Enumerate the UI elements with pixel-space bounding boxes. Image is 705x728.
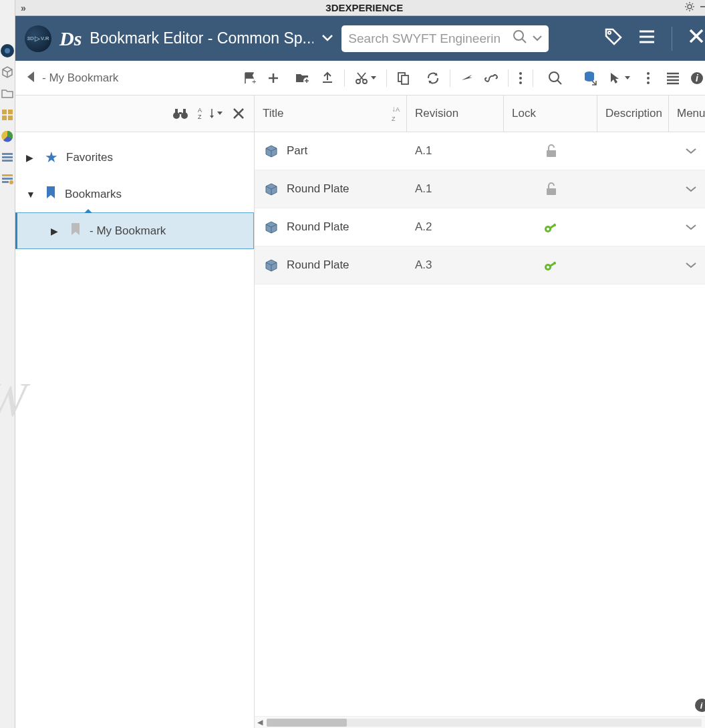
svg-line-47 [557, 80, 561, 84]
tree-item-label: Bookmarks [65, 188, 122, 201]
caret-right-icon: ▶ [51, 226, 61, 236]
row-revision: A.2 [407, 220, 504, 234]
close-icon[interactable] [688, 28, 704, 49]
svg-text:+: + [252, 77, 256, 85]
row-revision: A.3 [407, 258, 504, 272]
svg-line-21 [686, 9, 688, 10]
more-vert-icon[interactable] [518, 71, 523, 85]
close-tree-icon[interactable] [233, 108, 245, 120]
column-header-menu[interactable]: Menu [669, 96, 705, 132]
svg-rect-62 [179, 112, 182, 114]
cursor-select-icon[interactable] [608, 71, 631, 85]
svg-line-24 [522, 39, 526, 43]
svg-point-50 [647, 77, 650, 79]
svg-rect-10 [2, 174, 13, 176]
svg-point-49 [647, 72, 650, 75]
row-title: Round Plate [287, 220, 349, 234]
tag-icon[interactable] [603, 27, 622, 50]
caret-right-icon: ▶ [26, 152, 37, 163]
svg-line-19 [686, 3, 688, 5]
row-title: Round Plate [287, 182, 349, 196]
expand-chevrons-icon[interactable]: » [21, 3, 26, 13]
copy-icon[interactable] [396, 71, 411, 85]
share-icon[interactable] [460, 71, 474, 85]
row-menu-icon[interactable] [685, 220, 697, 234]
pin-icon[interactable] [699, 1, 705, 15]
window-titlebar: » 3DEXPERIENCE [15, 0, 705, 16]
tree-item-label: Favorites [66, 151, 113, 164]
row-menu-icon[interactable] [685, 144, 697, 158]
more-vert-icon-2[interactable] [646, 71, 651, 85]
folder-add-icon[interactable] [295, 71, 311, 85]
svg-point-23 [514, 31, 523, 40]
flag-add-icon[interactable]: + [243, 71, 257, 85]
tree-item-mybookmark[interactable]: ▶ - My Bookmark [15, 212, 254, 249]
search-box [341, 25, 549, 52]
app-title-dropdown-icon[interactable] [321, 31, 333, 45]
svg-point-13 [9, 180, 13, 184]
menu-icon[interactable] [638, 28, 656, 49]
svg-point-59 [181, 112, 188, 119]
search-dropdown-icon[interactable] [533, 33, 542, 45]
svg-point-45 [519, 81, 522, 84]
tree-item-bookmarks[interactable]: ▼ Bookmarks [15, 176, 254, 212]
svg-point-14 [688, 5, 692, 9]
rail-db-icon[interactable] [0, 172, 15, 186]
table-row[interactable]: Round PlateA.1 [255, 170, 705, 208]
sort-az-icon[interactable]: AZ [198, 107, 223, 120]
horizontal-scrollbar[interactable]: ◀ ▶ [255, 716, 705, 728]
rail-piechart-icon[interactable] [0, 129, 15, 144]
search-icon[interactable] [513, 29, 527, 47]
upload-icon[interactable] [320, 71, 335, 85]
rail-list-icon[interactable] [0, 150, 15, 165]
row-menu-icon[interactable] [685, 258, 697, 272]
row-lock-icon [504, 182, 597, 196]
search-input[interactable] [348, 31, 507, 46]
svg-point-51 [647, 81, 650, 84]
row-lock-icon [504, 220, 597, 234]
svg-rect-11 [2, 178, 13, 180]
rail-grid-icon[interactable] [0, 108, 15, 122]
svg-rect-2 [2, 110, 7, 114]
bookmark-icon [69, 222, 82, 240]
svg-point-58 [173, 112, 180, 119]
cut-icon[interactable] [354, 71, 377, 85]
rail-compass-icon[interactable] [0, 43, 15, 58]
column-header-description[interactable]: Description [597, 96, 669, 132]
database-icon[interactable] [583, 70, 599, 86]
svg-point-75 [547, 266, 549, 268]
compass-button[interactable]: 3D▷V.R [25, 25, 51, 52]
back-arrow-icon[interactable] [25, 69, 35, 87]
tree-item-favorites[interactable]: ▶ ★ Favorites [15, 139, 254, 176]
binoculars-icon[interactable] [172, 107, 188, 120]
rail-folder-icon[interactable] [0, 86, 15, 101]
link-icon[interactable] [484, 71, 499, 85]
svg-rect-12 [2, 181, 9, 183]
svg-point-43 [519, 72, 522, 75]
search-toolbar-icon[interactable] [548, 71, 563, 85]
svg-rect-61 [183, 109, 186, 113]
list-view-icon[interactable] [666, 71, 680, 85]
refresh-icon[interactable] [426, 71, 440, 85]
row-menu-icon[interactable] [685, 182, 697, 196]
plus-icon[interactable] [267, 71, 280, 85]
app-title: Bookmark Editor - Common Sp... [90, 29, 313, 47]
ds-logo-icon: Ds [59, 27, 82, 50]
svg-point-1 [5, 48, 10, 53]
column-header-lock[interactable]: Lock [504, 96, 597, 132]
gear-icon[interactable] [684, 1, 695, 15]
breadcrumb-label: - My Bookmark [42, 71, 118, 85]
column-header-revision[interactable]: Revision [407, 96, 504, 132]
scroll-left-icon[interactable]: ◀ [257, 718, 263, 727]
svg-rect-7 [2, 153, 13, 155]
table-row[interactable]: Round PlateA.2 [255, 208, 705, 246]
svg-rect-42 [402, 75, 408, 84]
table-row[interactable]: Round PlateA.3 [255, 246, 705, 285]
scroll-thumb[interactable] [267, 719, 347, 727]
info-icon[interactable]: i [690, 71, 704, 85]
column-header-title[interactable]: Title ↓AZ [255, 96, 407, 132]
rail-box-icon[interactable] [0, 65, 15, 79]
svg-point-46 [549, 72, 559, 81]
table-row[interactable]: PartA.1 [255, 132, 705, 170]
sort-asc-icon: ↓AZ [392, 104, 400, 123]
